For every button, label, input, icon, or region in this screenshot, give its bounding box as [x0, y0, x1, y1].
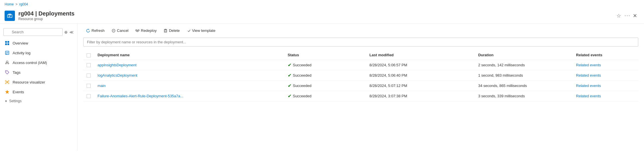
related-events-link[interactable]: Related events [576, 73, 601, 78]
row-related-events: Related events [573, 60, 638, 70]
deployment-name-link[interactable]: main [98, 84, 106, 88]
table-row: Failure-Anomalies-Alert-Rule-Deployment-… [83, 91, 638, 101]
view-template-button[interactable]: View template [184, 27, 218, 34]
toolbar: Refresh Cancel Redeploy Delete View temp… [83, 27, 638, 34]
row-deployment-name: appInsightsDeployment [94, 60, 284, 70]
sidebar-item-label-events: Events [13, 90, 24, 94]
sidebar-item-events[interactable]: Events [0, 87, 77, 97]
row-status: ✔ Succeeded [284, 80, 366, 91]
col-header-last-modified: Last modified [366, 51, 475, 60]
deployments-table: Deployment name Status Last modified Dur… [83, 51, 638, 101]
svg-point-18 [7, 82, 8, 83]
status-text: Succeeded [293, 84, 312, 88]
status-success-icon: ✔ [288, 62, 291, 68]
redeploy-icon [135, 29, 139, 33]
status-success-icon: ✔ [288, 83, 291, 88]
col-header-duration: Duration [475, 51, 573, 60]
status-text: Succeeded [293, 63, 312, 67]
delete-icon [164, 29, 168, 33]
more-options-icon[interactable]: ··· [624, 13, 631, 19]
sidebar-item-label-overview: Overview [13, 41, 28, 45]
sidebar-search-container: ⊕ ≪ [0, 26, 77, 38]
main-layout: ⊕ ≪ Overview Activity log Access control… [0, 24, 644, 151]
search-input[interactable] [3, 28, 63, 36]
col-header-status: Status [284, 51, 366, 60]
breadcrumb-current[interactable]: rg004 [19, 2, 28, 6]
overview-icon [5, 40, 10, 46]
svg-rect-4 [5, 41, 7, 43]
tags-icon [5, 70, 10, 75]
resource-visualizer-icon [5, 80, 10, 85]
view-template-icon [187, 29, 191, 33]
sidebar-item-label-tags: Tags [13, 70, 20, 75]
sidebar-section-settings-label: Settings [9, 99, 22, 103]
events-icon [5, 89, 10, 94]
row-related-events: Related events [573, 70, 638, 80]
refresh-button[interactable]: Refresh [83, 27, 108, 34]
related-events-link[interactable]: Related events [576, 94, 601, 98]
row-duration: 1 second, 983 milliseconds [475, 70, 573, 80]
cancel-icon [112, 29, 116, 33]
sidebar-item-tags[interactable]: Tags [0, 67, 77, 77]
sidebar-item-label-activity-log: Activity log [13, 51, 30, 55]
filter-input[interactable] [83, 38, 638, 47]
deployment-name-link[interactable]: logAnalyticsDeployment [98, 73, 137, 78]
delete-button[interactable]: Delete [161, 27, 183, 34]
row-checkbox[interactable] [87, 73, 91, 78]
row-checkbox[interactable] [87, 63, 91, 67]
deployment-name-link[interactable]: appInsightsDeployment [98, 63, 137, 67]
sidebar-item-access-control[interactable]: Access control (IAM) [0, 58, 77, 67]
select-all-checkbox[interactable] [87, 53, 91, 57]
related-events-link[interactable]: Related events [576, 63, 601, 67]
row-checkbox[interactable] [87, 94, 91, 98]
pin-icon[interactable]: ⊕ [64, 30, 68, 34]
breadcrumb-home[interactable]: Home [5, 2, 14, 6]
row-deployment-name: Failure-Anomalies-Alert-Rule-Deployment-… [94, 91, 284, 101]
select-all-header [83, 51, 94, 60]
svg-line-16 [7, 63, 8, 63]
table-row: appInsightsDeployment ✔ Succeeded 8/28/2… [83, 60, 638, 70]
sidebar-item-label-access-control: Access control (IAM) [13, 61, 47, 65]
row-last-modified: 8/28/2024, 5:06:57 PM [366, 60, 475, 70]
sidebar-item-label-resource-visualizer: Resource visualizer [13, 80, 45, 84]
svg-rect-6 [5, 43, 7, 45]
row-duration: 3 seconds, 339 milliseconds [475, 91, 573, 101]
svg-marker-27 [5, 90, 9, 94]
row-checkbox-cell [83, 60, 94, 70]
access-control-icon [5, 60, 10, 65]
page-subtitle: Resource group [18, 17, 613, 21]
breadcrumb: Home > rg004 [0, 0, 644, 9]
row-checkbox[interactable] [87, 84, 91, 88]
resource-group-icon [5, 11, 15, 21]
sidebar-item-resource-visualizer[interactable]: Resource visualizer [0, 77, 77, 87]
svg-point-17 [6, 71, 7, 72]
svg-rect-32 [137, 30, 138, 32]
svg-point-13 [5, 63, 7, 64]
sidebar-section-settings[interactable]: ▼ Settings [0, 97, 77, 104]
content-area: Refresh Cancel Redeploy Delete View temp… [77, 24, 644, 151]
page-header: rg004 | Deployments Resource group ☆ ···… [0, 9, 644, 24]
sidebar: ⊕ ≪ Overview Activity log Access control… [0, 24, 77, 151]
table-row: logAnalyticsDeployment ✔ Succeeded 8/28/… [83, 70, 638, 80]
related-events-link[interactable]: Related events [576, 84, 601, 88]
deployment-name-link[interactable]: Failure-Anomalies-Alert-Rule-Deployment-… [98, 94, 183, 98]
table-row: main ✔ Succeeded 8/28/2024, 5:07:12 PM 3… [83, 80, 638, 91]
svg-rect-5 [7, 41, 9, 43]
sidebar-item-activity-log[interactable]: Activity log [0, 48, 77, 58]
header-actions: ☆ ··· [616, 13, 631, 19]
svg-point-12 [6, 61, 8, 63]
sidebar-item-overview[interactable]: Overview [0, 38, 77, 48]
cancel-button[interactable]: Cancel [109, 27, 131, 34]
close-button[interactable]: ✕ [631, 11, 639, 20]
collapse-sidebar-icon[interactable]: ≪ [69, 30, 74, 34]
row-status: ✔ Succeeded [284, 70, 366, 80]
row-deployment-name: main [94, 80, 284, 91]
svg-point-14 [8, 63, 9, 64]
status-success-icon: ✔ [288, 93, 291, 99]
favorite-star-icon[interactable]: ☆ [616, 13, 621, 19]
svg-rect-33 [164, 30, 167, 32]
redeploy-button[interactable]: Redeploy [133, 27, 159, 34]
activity-log-icon [5, 50, 10, 55]
row-status: ✔ Succeeded [284, 91, 366, 101]
status-success-icon: ✔ [288, 73, 291, 78]
